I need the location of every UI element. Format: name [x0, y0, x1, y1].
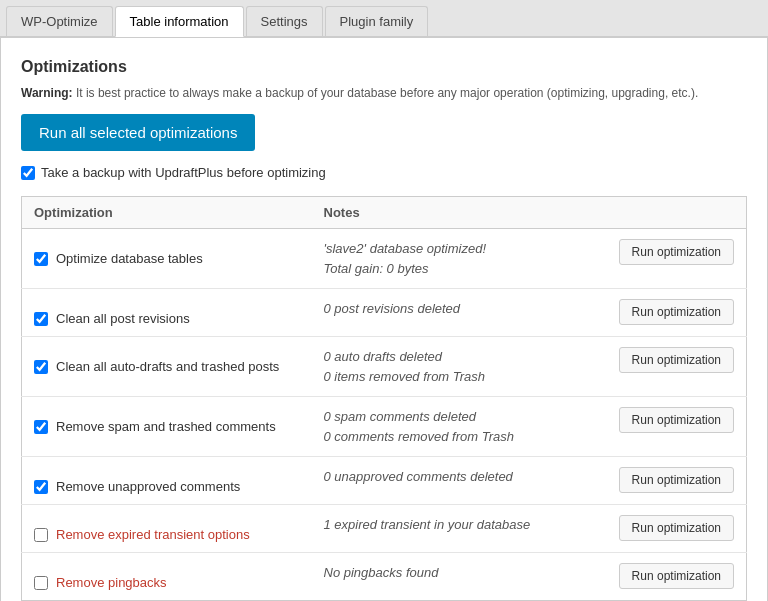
opt-btn-cell-clean-revisions: Run optimization	[602, 289, 747, 337]
run-opt-button-optimize-tables[interactable]: Run optimization	[619, 239, 734, 265]
opt-label-cell-remove-transients: Remove expired transient options	[22, 505, 312, 553]
opt-label-remove-transients: Remove expired transient options	[56, 527, 250, 542]
opt-btn-cell-clean-autodrafts: Run optimization	[602, 337, 747, 397]
opt-btn-cell-remove-spam: Run optimization	[602, 397, 747, 457]
run-opt-button-remove-spam[interactable]: Run optimization	[619, 407, 734, 433]
opt-checkbox-remove-unapproved[interactable]	[34, 480, 48, 494]
optimizations-table: Optimization Notes Optimize database tab…	[21, 196, 747, 601]
opt-notes-remove-spam: 0 spam comments deleted0 comments remove…	[312, 397, 602, 457]
opt-btn-cell-remove-unapproved: Run optimization	[602, 457, 747, 505]
opt-checkbox-remove-transients[interactable]	[34, 528, 48, 542]
opt-notes-optimize-tables: 'slave2' database optimized!Total gain: …	[312, 229, 602, 289]
col-action	[602, 197, 747, 229]
opt-btn-cell-optimize-tables: Run optimization	[602, 229, 747, 289]
run-all-button[interactable]: Run all selected optimizations	[21, 114, 255, 151]
opt-checkbox-remove-pingbacks[interactable]	[34, 576, 48, 590]
col-optimization: Optimization	[22, 197, 312, 229]
opt-label-cell-clean-autodrafts: Clean all auto-drafts and trashed posts	[22, 337, 312, 397]
table-row: Remove spam and trashed comments0 spam c…	[22, 397, 747, 457]
opt-notes-remove-transients: 1 expired transient in your database	[312, 505, 602, 553]
opt-label-clean-autodrafts: Clean all auto-drafts and trashed posts	[56, 359, 279, 374]
opt-checkbox-clean-autodrafts[interactable]	[34, 360, 48, 374]
warning-message: It is best practice to always make a bac…	[76, 86, 698, 100]
opt-label-clean-revisions: Clean all post revisions	[56, 311, 190, 326]
section-title: Optimizations	[21, 58, 747, 76]
table-row: Clean all auto-drafts and trashed posts0…	[22, 337, 747, 397]
col-notes: Notes	[312, 197, 602, 229]
main-content: Optimizations Warning: It is best practi…	[0, 37, 768, 601]
table-row: Remove pingbacksNo pingbacks foundRun op…	[22, 553, 747, 601]
opt-label-remove-spam: Remove spam and trashed comments	[56, 419, 276, 434]
run-opt-button-remove-pingbacks[interactable]: Run optimization	[619, 563, 734, 589]
opt-label-optimize-tables: Optimize database tables	[56, 251, 203, 266]
table-row: Remove unapproved comments0 unapproved c…	[22, 457, 747, 505]
table-header-row: Optimization Notes	[22, 197, 747, 229]
opt-label-cell-remove-unapproved: Remove unapproved comments	[22, 457, 312, 505]
tab-bar: WP-Optimize Table information Settings P…	[0, 0, 768, 37]
opt-label-remove-unapproved: Remove unapproved comments	[56, 479, 240, 494]
opt-label-remove-pingbacks: Remove pingbacks	[56, 575, 167, 590]
tab-plugin-family[interactable]: Plugin family	[325, 6, 429, 36]
opt-notes-clean-autodrafts: 0 auto drafts deleted0 items removed fro…	[312, 337, 602, 397]
tab-table-information[interactable]: Table information	[115, 6, 244, 37]
opt-btn-cell-remove-pingbacks: Run optimization	[602, 553, 747, 601]
opt-label-cell-clean-revisions: Clean all post revisions	[22, 289, 312, 337]
opt-checkbox-clean-revisions[interactable]	[34, 312, 48, 326]
opt-label-cell-optimize-tables: Optimize database tables	[22, 229, 312, 289]
opt-label-cell-remove-pingbacks: Remove pingbacks	[22, 553, 312, 601]
opt-notes-remove-pingbacks: No pingbacks found	[312, 553, 602, 601]
opt-btn-cell-remove-transients: Run optimization	[602, 505, 747, 553]
table-row: Remove expired transient options1 expire…	[22, 505, 747, 553]
warning-label: Warning:	[21, 86, 73, 100]
opt-checkbox-remove-spam[interactable]	[34, 420, 48, 434]
opt-notes-remove-unapproved: 0 unapproved comments deleted	[312, 457, 602, 505]
run-opt-button-clean-autodrafts[interactable]: Run optimization	[619, 347, 734, 373]
tab-settings[interactable]: Settings	[246, 6, 323, 36]
table-row: Clean all post revisions0 post revisions…	[22, 289, 747, 337]
opt-notes-clean-revisions: 0 post revisions deleted	[312, 289, 602, 337]
run-opt-button-clean-revisions[interactable]: Run optimization	[619, 299, 734, 325]
tab-wp-optimize[interactable]: WP-Optimize	[6, 6, 113, 36]
warning-text: Warning: It is best practice to always m…	[21, 86, 747, 100]
backup-row: Take a backup with UpdraftPlus before op…	[21, 165, 747, 180]
run-opt-button-remove-transients[interactable]: Run optimization	[619, 515, 734, 541]
table-row: Optimize database tables'slave2' databas…	[22, 229, 747, 289]
backup-checkbox[interactable]	[21, 166, 35, 180]
opt-label-cell-remove-spam: Remove spam and trashed comments	[22, 397, 312, 457]
run-opt-button-remove-unapproved[interactable]: Run optimization	[619, 467, 734, 493]
backup-label: Take a backup with UpdraftPlus before op…	[41, 165, 326, 180]
opt-checkbox-optimize-tables[interactable]	[34, 252, 48, 266]
